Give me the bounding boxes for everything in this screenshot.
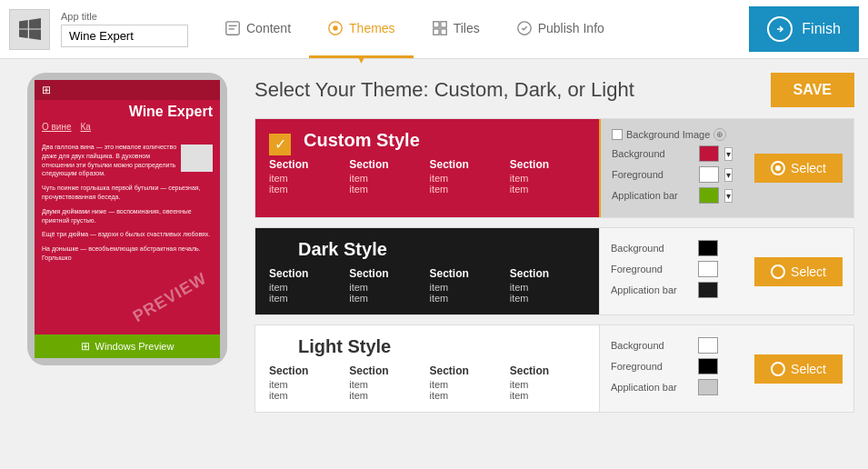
dark-fg-swatch[interactable] xyxy=(698,261,718,277)
svg-rect-6 xyxy=(441,21,446,26)
app-title-input[interactable] xyxy=(61,25,188,47)
phone-screen: ⊞ Wine Expert О вине Ка Два галлона вина… xyxy=(35,80,220,334)
custom-select-label: Select xyxy=(791,161,826,175)
theme-card-light-left: Light Style Section itemitem Section ite… xyxy=(255,325,599,412)
finish-label: Finish xyxy=(802,21,841,37)
custom-fg-row: Foreground ▾ xyxy=(612,166,747,183)
phone-bottom-logo: ⊞ xyxy=(81,340,90,353)
light-section-grid: Section itemitem Section itemitem Sectio… xyxy=(269,364,585,401)
custom-color-controls: Background Image ⊕ Background ▾ Foregrou… xyxy=(612,128,747,208)
custom-bg-swatch[interactable] xyxy=(699,145,719,162)
dark-appbar-label: Application bar xyxy=(611,284,693,295)
phone-text-3: Двумя дюймами ниже — воспоминания, овеен… xyxy=(42,207,213,225)
theme-card-light: Light Style Section itemitem Section ite… xyxy=(254,324,854,413)
dark-select-button[interactable]: Select xyxy=(754,257,843,286)
light-section-col-2: Section itemitem xyxy=(349,364,424,401)
phone-status-bar: ⊞ xyxy=(35,80,220,100)
theme-card-dark-right: Background Foreground Application bar xyxy=(599,228,853,314)
svg-rect-0 xyxy=(226,21,239,34)
custom-radio-dot xyxy=(775,165,781,171)
svg-rect-5 xyxy=(433,21,438,26)
custom-theme-name: Custom Style xyxy=(304,130,420,151)
dark-bg-swatch[interactable] xyxy=(698,240,718,256)
windows-preview-label: Windows Preview xyxy=(95,341,175,352)
windows-logo-icon xyxy=(19,18,41,40)
header: App title Content Themes ▾ xyxy=(0,0,868,59)
content-icon xyxy=(224,20,241,36)
phone-bottom-bar: ⊞ Windows Preview xyxy=(35,334,220,358)
light-select-label: Select xyxy=(791,362,826,376)
custom-appbar-row: Application bar ▾ xyxy=(612,187,747,204)
theme-card-custom: ✓ Custom Style Section itemitem Section … xyxy=(254,118,854,218)
bg-image-info-icon[interactable]: ⊕ xyxy=(713,128,726,141)
save-button[interactable]: SAVE xyxy=(771,73,854,107)
custom-appbar-swatch[interactable] xyxy=(699,187,719,204)
light-select-button[interactable]: Select xyxy=(754,354,843,384)
svg-rect-8 xyxy=(441,28,446,34)
custom-section-col-4: Section itemitem xyxy=(510,158,585,195)
theme-card-light-right: Background Foreground Application bar xyxy=(599,325,853,412)
custom-section-col-2: Section itemitem xyxy=(349,158,424,195)
dark-theme-name: Dark Style xyxy=(298,239,585,260)
finish-button[interactable]: Finish xyxy=(749,6,859,52)
phone-nav-item-2: Ка xyxy=(81,122,91,132)
arrow-right-icon xyxy=(773,23,786,35)
bg-image-checkbox-icon[interactable] xyxy=(612,129,623,140)
dark-fg-row: Foreground xyxy=(611,261,747,277)
dark-radio-icon xyxy=(771,264,785,279)
phone-thumbnail xyxy=(181,145,213,172)
custom-fg-swatch[interactable] xyxy=(699,166,719,183)
light-appbar-swatch[interactable] xyxy=(698,379,718,395)
theme-card-dark-left: Dark Style Section itemitem Section item… xyxy=(255,228,599,314)
tab-publish[interactable]: Publish Info xyxy=(498,0,623,58)
light-section-col-4: Section itemitem xyxy=(510,364,585,401)
app-title-area: App title xyxy=(61,11,188,47)
dark-bg-row: Background xyxy=(611,240,747,256)
light-bg-swatch[interactable] xyxy=(698,337,718,354)
custom-appbar-label: Application bar xyxy=(612,190,693,201)
dark-appbar-swatch[interactable] xyxy=(698,282,718,298)
light-bg-row: Background xyxy=(611,337,747,354)
phone-content: Два галлона вина — это немалое количеств… xyxy=(35,137,220,274)
theme-card-custom-left: ✓ Custom Style Section itemitem Section … xyxy=(255,119,599,217)
dark-section-col-4: Section itemitem xyxy=(510,267,585,304)
custom-section-col-1: Section itemitem xyxy=(269,158,344,195)
light-fg-swatch[interactable] xyxy=(698,358,718,374)
bg-image-label: Background Image xyxy=(626,129,710,140)
bg-image-row: Background Image ⊕ xyxy=(612,128,747,141)
tab-tiles[interactable]: Tiles xyxy=(414,0,498,58)
light-section-col-1: Section itemitem xyxy=(269,364,344,401)
theme-title: Select Your Theme: Custom, Dark, or Ligh… xyxy=(254,78,634,102)
themes-icon xyxy=(327,20,344,36)
custom-radio-icon xyxy=(771,161,785,175)
theme-card-custom-right: Background Image ⊕ Background ▾ Foregrou… xyxy=(599,119,853,217)
phone-text-2: Чуть поинже горлышка первой бутылки — се… xyxy=(42,184,213,202)
custom-section-grid: Section itemitem Section itemitem Sectio… xyxy=(269,158,585,195)
tab-themes[interactable]: Themes ▾ xyxy=(309,0,414,58)
tab-publish-label: Publish Info xyxy=(538,21,604,35)
custom-appbar-dropdown[interactable]: ▾ xyxy=(724,189,733,203)
light-appbar-label: Application bar xyxy=(611,382,693,393)
watermark: PREVIEW xyxy=(130,269,210,326)
custom-bg-label: Background xyxy=(612,148,693,159)
custom-bg-row: Background ▾ xyxy=(612,145,747,162)
selected-checkmark: ✓ xyxy=(269,134,291,155)
phone-app-title: Wine Expert xyxy=(35,100,220,120)
dark-bg-label: Background xyxy=(611,243,693,254)
light-bg-label: Background xyxy=(611,340,693,351)
custom-fg-dropdown[interactable]: ▾ xyxy=(724,168,733,182)
tab-content[interactable]: Content xyxy=(206,0,309,58)
light-section-col-3: Section itemitem xyxy=(430,364,505,401)
custom-select-button[interactable]: Select xyxy=(754,154,843,183)
phone-text-4: Ещё три дюйма — вздохи о былых счастливы… xyxy=(42,230,213,239)
svg-point-4 xyxy=(333,25,337,30)
theme-header: Select Your Theme: Custom, Dark, or Ligh… xyxy=(254,73,854,107)
custom-fg-label: Foreground xyxy=(612,169,693,180)
custom-bg-dropdown[interactable]: ▾ xyxy=(724,147,733,161)
custom-section-col-3: Section itemitem xyxy=(430,158,505,195)
svg-rect-7 xyxy=(433,28,438,34)
dark-color-controls: Background Foreground Application bar xyxy=(611,240,747,303)
dark-section-col-3: Section itemitem xyxy=(430,267,505,304)
dark-section-grid: Section itemitem Section itemitem Sectio… xyxy=(269,267,585,304)
tab-tiles-label: Tiles xyxy=(454,21,480,35)
